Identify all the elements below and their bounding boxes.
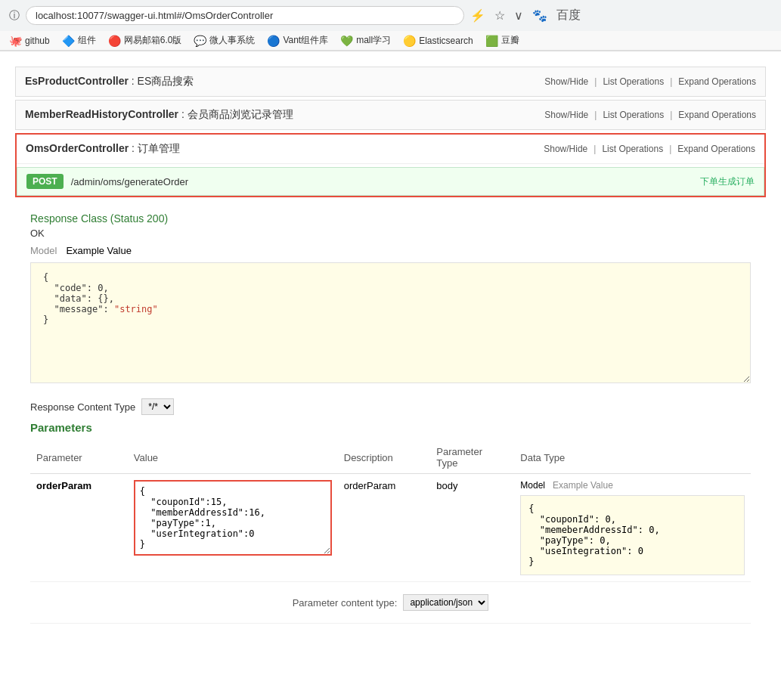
param-example-code: { "couponId": 0, "memeberAddressId": 0, … (528, 503, 736, 567)
param-tab-example[interactable]: Example Value (553, 480, 613, 491)
github-icon: 🐙 (9, 35, 22, 47)
parameters-title: Parameters (30, 421, 751, 434)
sep5: | (593, 144, 596, 154)
bookmark-label: github (25, 36, 50, 46)
param-type-cell: body (430, 474, 514, 582)
param-example-block: { "couponId": 0, "memeberAddressId": 0, … (520, 495, 745, 575)
controller-oms-desc: 订单管理 (138, 142, 180, 154)
bookmark-hr[interactable]: 💬 微人事系统 (194, 34, 255, 47)
response-content-type-row: Response Content Type */* (15, 392, 766, 421)
browser-chrome: ⓘ localhost:10077/swagger-ui.html#/OmsOr… (0, 0, 781, 51)
browser-toolbar: ⚡ ☆ ∨ 🐾 百度 (470, 8, 581, 23)
bookmark-mall[interactable]: 💚 mall学习 (340, 34, 391, 47)
bookmark-label: Elasticsearch (419, 36, 473, 46)
controller-es-ops: Show/Hide | List Operations | Expand Ope… (544, 76, 756, 87)
col-value: Value (128, 441, 338, 474)
controller-oms-ops: Show/Hide | List Operations | Expand Ope… (544, 144, 755, 154)
params-content-type-row: Parameter content type: application/json (30, 582, 751, 624)
es-show-hide[interactable]: Show/Hide (544, 76, 588, 87)
bookmark-label: 微人事系统 (209, 34, 255, 47)
response-class-section: Response Class (Status 200) OK Model Exa… (15, 203, 766, 392)
member-expand-ops[interactable]: Expand Operations (678, 110, 756, 120)
controller-es-desc: ES商品搜索 (138, 75, 194, 87)
method-badge[interactable]: POST (26, 174, 64, 189)
controller-member-desc: 会员商品浏览记录管理 (188, 108, 293, 120)
param-content-type-row: Parameter content type: application/json (36, 588, 745, 617)
es-expand-ops[interactable]: Expand Operations (678, 76, 756, 87)
response-content-type-label: Response Content Type (30, 401, 135, 413)
controller-member-history: MemberReadHistoryController : 会员商品浏览记录管理… (15, 100, 766, 130)
code-key-code: "code" (54, 283, 86, 293)
col-param-type: ParameterType (430, 441, 514, 474)
col-description: Description (338, 441, 431, 474)
response-content-type-select[interactable]: */* (141, 398, 174, 415)
params-content-type-cell: Parameter content type: application/json (30, 582, 751, 624)
params-thead: Parameter Value Description ParameterTyp… (30, 441, 751, 474)
baidu-label[interactable]: 百度 (556, 8, 581, 23)
endpoint-row: POST /admin/oms/generateOrder 下单生成订单 (17, 167, 764, 196)
tab-model[interactable]: Model (30, 245, 57, 256)
bookmark-label: 网易邮箱6.0版 (124, 34, 182, 47)
param-content-type-select[interactable]: application/json (403, 594, 488, 611)
table-row: orderParam { "couponId":15, "memberAddre… (30, 474, 751, 582)
bookmark-label: mall学习 (356, 34, 391, 47)
bookmark-github[interactable]: 🐙 github (9, 35, 50, 47)
star-icon[interactable]: ☆ (494, 8, 505, 23)
vant-icon: 🔵 (267, 35, 280, 47)
sep6: | (669, 144, 671, 154)
bookmark-component[interactable]: 🔷 组件 (62, 34, 96, 47)
response-code-block: { "code": 0, "data": {}, "message": "str… (30, 262, 751, 383)
param-name-cell: orderParam (30, 474, 128, 582)
code-key-data: "data" (54, 293, 86, 304)
param-tab-model[interactable]: Model (520, 480, 545, 491)
sep1: | (594, 76, 597, 87)
sep4: | (670, 110, 672, 120)
controller-oms-name: OmsOrderController (26, 142, 129, 154)
endpoint-description: 下单生成订单 (700, 175, 755, 188)
bookmark-douban[interactable]: 🟩 豆瓣 (485, 34, 519, 47)
param-data-type-cell: Model Example Value { "couponId": 0, "me… (514, 474, 751, 582)
code-key-message: "message" (54, 304, 103, 314)
controller-es-title: EsProductController : ES商品搜索 (25, 75, 544, 88)
params-tbody: orderParam { "couponId":15, "memberAddre… (30, 474, 751, 624)
bookmark-vant[interactable]: 🔵 Vant组件库 (267, 34, 328, 47)
bookmark-label: 组件 (78, 34, 96, 47)
param-content-type-label: Parameter content type: (293, 597, 398, 609)
oms-show-hide[interactable]: Show/Hide (544, 144, 587, 154)
controller-oms-title: OmsOrderController : 订单管理 (26, 142, 544, 156)
bookmark-es[interactable]: 🟡 Elasticsearch (403, 35, 473, 47)
tab-example-value[interactable]: Example Value (66, 245, 131, 256)
controller-member-ops: Show/Hide | List Operations | Expand Ope… (544, 110, 756, 120)
col-parameter: Parameter (30, 441, 128, 474)
param-description: orderParam (344, 480, 396, 491)
mall-icon: 💚 (340, 35, 353, 47)
param-model-tabs: Model Example Value (520, 480, 745, 491)
parameters-section: Parameters Parameter Value Description P… (15, 421, 766, 624)
bookmark-163mail[interactable]: 🔴 网易邮箱6.0版 (108, 34, 182, 47)
bookmarks-bar: 🐙 github 🔷 组件 🔴 网易邮箱6.0版 💬 微人事系统 🔵 Vant组… (0, 31, 781, 51)
oms-list-ops[interactable]: List Operations (602, 144, 663, 154)
member-show-hide[interactable]: Show/Hide (544, 110, 588, 120)
url-bar[interactable]: localhost:10077/swagger-ui.html#/OmsOrde… (26, 6, 464, 25)
component-icon: 🔷 (62, 35, 75, 47)
response-status-ok: OK (30, 228, 751, 239)
endpoint-path[interactable]: /admin/oms/generateOrder (71, 176, 700, 187)
info-icon: ⓘ (9, 9, 20, 23)
chevron-down-icon[interactable]: ∨ (514, 8, 523, 23)
param-type: body (436, 480, 457, 491)
oms-expand-ops[interactable]: Expand Operations (677, 144, 755, 154)
hr-icon: 💬 (194, 35, 206, 47)
es-list-ops[interactable]: List Operations (603, 76, 664, 87)
controller-es-sep: : (132, 75, 138, 87)
response-code-pre: { "code": 0, "data": {}, "message": "str… (43, 272, 738, 325)
controller-es-product: EsProductController : ES商品搜索 Show/Hide |… (15, 67, 766, 97)
bookmark-label: Vant组件库 (283, 34, 328, 47)
param-value-textarea[interactable]: { "couponId":15, "memberAddressId":16, "… (134, 480, 332, 556)
swagger-content: EsProductController : ES商品搜索 Show/Hide |… (0, 51, 781, 639)
member-list-ops[interactable]: List Operations (603, 110, 664, 120)
bookmark-label: 豆瓣 (501, 34, 519, 47)
controller-member-name: MemberReadHistoryController (25, 108, 178, 120)
param-name: orderParam (36, 480, 91, 491)
controller-oms-container: OmsOrderController : 订单管理 Show/Hide | Li… (15, 133, 766, 197)
lightning-icon[interactable]: ⚡ (470, 8, 485, 23)
